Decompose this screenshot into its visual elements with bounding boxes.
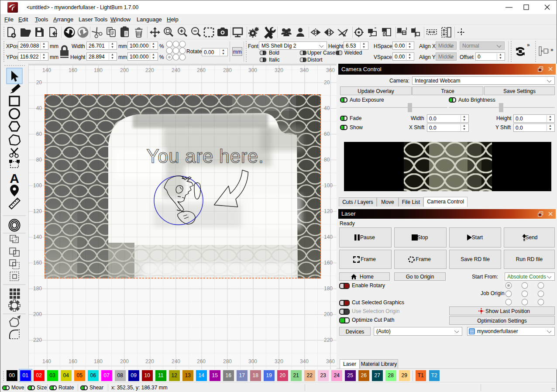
svg-text:You are here.: You are here. [146, 145, 264, 167]
svg-text:A: A [10, 171, 19, 186]
